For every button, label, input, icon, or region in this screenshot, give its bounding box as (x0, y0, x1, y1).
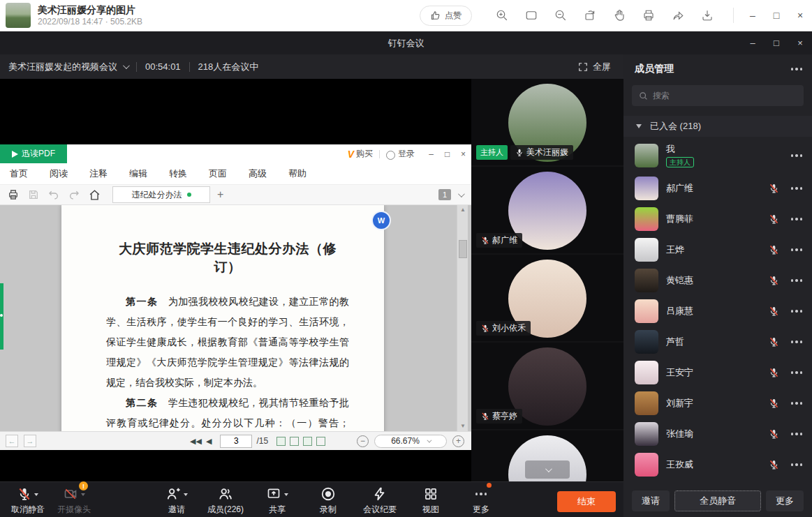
member-row[interactable]: 王孜威 (623, 449, 812, 480)
member-row[interactable]: 王烨 (623, 234, 812, 265)
prev-page-icon[interactable]: ◀ (206, 437, 212, 446)
video-tile[interactable]: 刘小依禾 (471, 255, 623, 343)
member-row[interactable]: 曹腾菲 (623, 204, 812, 234)
more-button[interactable]: 更多 (457, 486, 505, 516)
meeting-minimize-button[interactable]: – (741, 31, 765, 54)
member-muted-mic-icon[interactable] (769, 336, 781, 347)
video-tile[interactable] (471, 430, 623, 481)
like-button[interactable]: 点赞 (420, 6, 472, 26)
invite-button[interactable]: 邀请 (153, 486, 200, 516)
joined-section-header[interactable]: 已入会 (218) (623, 116, 812, 137)
member-more-button[interactable] (791, 154, 803, 157)
image-thumbnail[interactable] (6, 3, 31, 28)
invite-button-panel[interactable]: 邀请 (632, 490, 670, 511)
pdf-brand-tab[interactable]: 迅读PDF (0, 144, 67, 163)
member-muted-mic-icon[interactable] (769, 213, 781, 225)
pdf-login-button[interactable]: 登录 (398, 148, 415, 160)
member-muted-mic-icon[interactable] (769, 367, 781, 378)
zoom-in-button[interactable] (495, 8, 509, 22)
member-search-input[interactable] (653, 91, 778, 100)
member-search[interactable] (632, 85, 804, 106)
actual-size-button[interactable] (524, 8, 538, 22)
member-more-button[interactable] (791, 279, 803, 282)
member-row[interactable]: 张佳瑜 (623, 419, 812, 449)
home-icon[interactable] (87, 188, 101, 202)
member-more-button[interactable] (791, 187, 803, 190)
member-muted-mic-icon[interactable] (769, 244, 781, 255)
print-icon[interactable] (6, 188, 20, 202)
camera-options-caret[interactable] (81, 493, 85, 498)
hand-tool-button[interactable] (612, 8, 626, 22)
member-muted-mic-icon[interactable] (769, 306, 781, 317)
video-tile[interactable]: 郝广维 (471, 167, 623, 255)
member-row[interactable]: 王安宁 (623, 357, 812, 388)
new-tab-button[interactable]: + (217, 188, 223, 201)
member-row[interactable]: 刘新宇 (623, 388, 812, 419)
zoom-out-button[interactable] (554, 8, 568, 22)
chevron-down-icon[interactable] (123, 62, 130, 69)
facing-view-icon[interactable] (303, 437, 312, 446)
member-more-button[interactable] (791, 340, 803, 343)
pdf-maximize-button[interactable]: □ (439, 149, 455, 159)
panel-footer-more-button[interactable]: 更多 (766, 490, 804, 511)
viewer-maximize-button[interactable]: □ (765, 0, 788, 31)
member-muted-mic-icon[interactable] (769, 459, 781, 470)
meeting-maximize-button[interactable]: □ (765, 31, 788, 54)
download-button[interactable] (700, 8, 714, 22)
redo-icon[interactable] (67, 188, 81, 202)
member-more-button[interactable] (791, 218, 803, 220)
member-more-button[interactable] (791, 402, 803, 405)
pdf-close-button[interactable]: × (455, 149, 471, 159)
pdf-to-word-button[interactable]: W (371, 211, 391, 230)
member-more-button[interactable] (791, 371, 803, 374)
collapse-tiles-button[interactable] (525, 460, 570, 479)
pdf-menu-item-3[interactable]: 编辑 (129, 167, 147, 180)
share-options-caret[interactable] (284, 493, 288, 498)
zoom-level-select[interactable]: 66.67% (374, 435, 447, 448)
scroll-down-icon[interactable]: ▼ (457, 421, 468, 431)
member-more-button[interactable] (791, 433, 803, 435)
first-page-icon[interactable]: ◀◀ (190, 437, 202, 446)
pdf-menu-item-7[interactable]: 帮助 (288, 167, 307, 180)
zoom-in-icon[interactable]: + (452, 435, 464, 447)
member-muted-mic-icon[interactable] (769, 428, 781, 440)
pdf-menu-item-6[interactable]: 高级 (249, 167, 267, 180)
pdf-buy-button[interactable]: 购买 (356, 148, 373, 160)
pdf-menu-item-2[interactable]: 注释 (89, 167, 108, 180)
pdf-document-tab[interactable]: 违纪处分办法 (112, 186, 210, 203)
share-screen-button[interactable]: 共享 (253, 486, 301, 516)
pdf-menu-item-4[interactable]: 转换 (169, 167, 187, 180)
end-meeting-button[interactable]: 结束 (557, 491, 616, 512)
zoom-out-icon[interactable]: − (357, 435, 369, 447)
video-tile[interactable]: 蔡亭婷 (471, 343, 623, 430)
meeting-close-button[interactable]: × (788, 31, 812, 54)
panel-more-button[interactable] (791, 68, 803, 70)
member-row[interactable]: 黄铠惠 (623, 265, 812, 296)
single-page-view-icon[interactable] (276, 437, 286, 446)
mic-options-caret[interactable] (34, 493, 38, 498)
print-button[interactable] (642, 8, 656, 22)
rotate-button[interactable] (583, 8, 597, 22)
tab-list-chevron-icon[interactable] (458, 190, 465, 197)
scroll-up-icon[interactable]: ▲ (457, 205, 468, 215)
invite-options-caret[interactable] (184, 493, 188, 498)
share-button[interactable] (671, 8, 685, 22)
mute-all-button[interactable]: 全员静音 (674, 490, 761, 511)
fullscreen-button[interactable]: 全屏 (578, 61, 611, 73)
unmute-button[interactable]: 取消静音 (4, 486, 52, 516)
save-icon[interactable] (27, 188, 40, 202)
member-row[interactable]: 芦哲 (623, 327, 812, 357)
pdf-menu-item-5[interactable]: 页面 (209, 167, 227, 180)
meeting-title[interactable]: 美术汪丽媛发起的视频会议 (8, 61, 117, 73)
continuous-view-icon[interactable] (290, 437, 299, 446)
scrollbar-thumb[interactable] (459, 240, 467, 258)
member-more-button[interactable] (791, 248, 803, 251)
member-row[interactable]: 郝广维 (623, 173, 812, 204)
member-more-button[interactable] (791, 463, 803, 466)
member-muted-mic-icon[interactable] (769, 398, 781, 409)
nav-forward-button[interactable]: → (24, 435, 36, 447)
member-muted-mic-icon[interactable] (769, 183, 781, 194)
page-number-input[interactable] (220, 435, 252, 448)
members-button[interactable]: 成员(226) (202, 486, 249, 516)
member-row[interactable]: 我 主持人 (623, 138, 812, 173)
